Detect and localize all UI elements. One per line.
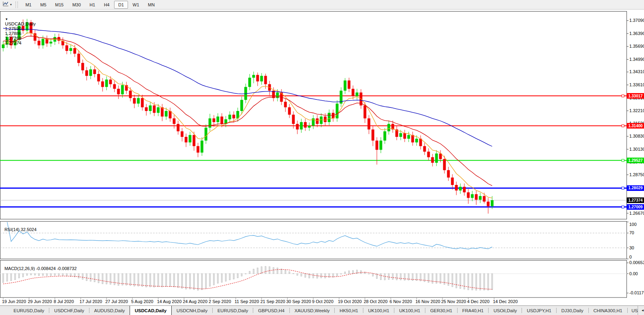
macd-histogram-bar xyxy=(269,267,270,274)
timeframe-mn[interactable]: MN xyxy=(144,1,159,9)
candle-body xyxy=(447,170,450,178)
candle-body xyxy=(74,48,76,54)
macd-histogram-bar xyxy=(265,266,266,274)
chart-tab-usdcad-daily[interactable]: USDCAD,Daily xyxy=(130,306,172,315)
date-label: 25 Nov 2020 xyxy=(441,299,466,304)
price-tag-label: 1.29527 xyxy=(628,158,643,163)
macd-histogram-bar xyxy=(66,274,68,276)
candle-body xyxy=(304,122,307,128)
macd-axis-label: -0.011766 xyxy=(629,290,644,295)
macd-histogram-bar xyxy=(178,274,179,288)
chart-tab-fra40-h1[interactable]: FRA40,H1 xyxy=(458,306,489,315)
chart-tab-dj30-daily[interactable]: DJ30,Daily xyxy=(557,306,588,315)
chart-tab-audusd-daily[interactable]: AUDUSD,Daily xyxy=(89,306,130,315)
chart-tab-uk100-h1[interactable]: UK100,H1 xyxy=(394,306,425,315)
timeframe-d1[interactable]: D1 xyxy=(114,1,128,9)
level-handle[interactable] xyxy=(622,95,624,97)
macd-histogram-bar xyxy=(229,274,231,280)
candle-body xyxy=(165,111,168,117)
timeframe-m30[interactable]: M30 xyxy=(68,1,85,9)
macd-histogram-bar xyxy=(182,274,183,288)
candle-body xyxy=(50,42,52,44)
macd-histogram-bar xyxy=(325,274,326,278)
candle-body xyxy=(233,115,235,118)
candle-body xyxy=(316,119,319,124)
candle-body xyxy=(427,152,430,157)
chart-tab-usdcnh-daily[interactable]: USDCNH,Daily xyxy=(172,306,212,315)
candle-body xyxy=(133,98,136,103)
candle-body xyxy=(197,146,200,152)
date-label: 24 Aug 2020 xyxy=(183,299,208,304)
chart-tab-uk100-h1[interactable]: UK100,H1 xyxy=(363,306,394,315)
macd-histogram-bar xyxy=(480,274,481,290)
price-tick-label: 1.30130 xyxy=(629,147,644,152)
chart-tab-usdchf-daily[interactable]: USDCHF,Daily xyxy=(49,306,89,315)
chart-tab-ger30-h1[interactable]: GER30,H1 xyxy=(425,306,457,315)
candle-body xyxy=(400,133,402,137)
chart-tab-eurusd-daily[interactable]: EURUSD,Daily xyxy=(213,306,253,315)
level-handle[interactable] xyxy=(622,124,624,127)
macd-histogram-bar xyxy=(31,274,32,275)
timeframe-w1[interactable]: W1 xyxy=(129,1,144,9)
date-label: 9 Oct 2020 xyxy=(312,299,334,304)
candle-body xyxy=(320,117,323,124)
macd-histogram-bar xyxy=(253,269,254,274)
macd-histogram-bar xyxy=(130,274,131,286)
date-axis: 19 Jun 202029 Jun 20208 Jul 202017 Jul 2… xyxy=(2,298,518,304)
tab-scroll-left-icon[interactable]: ◄ xyxy=(641,309,644,312)
macd-histogram-bar xyxy=(146,274,147,287)
price-tag-label: 1.33017 xyxy=(628,94,643,98)
candle-body xyxy=(101,82,104,87)
chart-tab-usdjpy-h1[interactable]: USDJPY,H1 xyxy=(522,306,556,315)
level-handle[interactable] xyxy=(622,159,624,161)
timeframe-m15[interactable]: M15 xyxy=(51,1,68,9)
candle-body xyxy=(284,102,287,107)
macd-histogram-bar xyxy=(19,274,20,278)
price-tick-label: 1.28750 xyxy=(629,172,644,177)
chart-tab-eurusd-daily[interactable]: EURUSD,Daily xyxy=(9,306,49,315)
macd-histogram-bar xyxy=(150,274,151,287)
candle-body xyxy=(368,119,370,130)
macd-histogram-bar xyxy=(456,274,457,288)
chart-type-button[interactable]: ▼ xyxy=(2,0,14,9)
macd-histogram-bar xyxy=(126,274,127,285)
macd-histogram-bar xyxy=(186,274,187,289)
candle-body xyxy=(129,91,132,98)
chart-canvas[interactable]: 1.370901.363901.356901.349901.343101.336… xyxy=(0,0,644,315)
candle-body xyxy=(264,76,267,84)
macd-histogram-bar xyxy=(257,268,258,274)
chart-tab-hk50-h1[interactable]: HK50,H1 xyxy=(335,306,363,315)
macd-histogram-bar xyxy=(110,274,111,284)
candle-body xyxy=(153,105,156,113)
price-tick-label: 1.32210 xyxy=(629,108,644,113)
level-handle[interactable] xyxy=(622,187,624,189)
chevron-down-icon[interactable]: ▼ xyxy=(10,3,12,6)
candle-body xyxy=(479,196,482,200)
chart-tab-xauusd-weekly[interactable]: XAUUSD,Weekly xyxy=(290,306,335,315)
level-handle[interactable] xyxy=(622,206,624,208)
candle-body xyxy=(213,119,215,122)
candle-body xyxy=(403,133,406,139)
chart-tab-gbpusd-h4[interactable]: GBPUSD,H4 xyxy=(253,306,289,315)
macd-axis-label: 0.00 xyxy=(629,271,638,276)
chart-tab-us[interactable]: US xyxy=(628,306,638,315)
toolbar-grip[interactable] xyxy=(16,2,18,8)
timeframe-h4[interactable]: H4 xyxy=(100,1,113,9)
macd-histogram-bar xyxy=(23,274,24,277)
candle-body xyxy=(300,122,303,130)
macd-histogram-bar xyxy=(142,274,143,287)
macd-histogram-bar xyxy=(213,274,215,285)
macd-histogram-bar xyxy=(43,274,44,276)
candle-body xyxy=(491,200,494,206)
chart-tab-usoil-daily[interactable]: USOil,Daily xyxy=(489,306,522,315)
date-label: 21 Sep 2020 xyxy=(260,299,285,304)
candle-body xyxy=(109,80,112,84)
macd-histogram-bar xyxy=(154,274,155,287)
timeframe-h1[interactable]: H1 xyxy=(85,1,99,9)
timeframe-m5[interactable]: M5 xyxy=(36,1,50,9)
collapse-caret-icon[interactable]: ▼ xyxy=(5,18,8,21)
macd-histogram-bar xyxy=(118,274,119,286)
chart-tab-china300-h1[interactable]: CHINA300,H1 xyxy=(589,306,627,315)
timeframe-m1[interactable]: M1 xyxy=(21,1,35,9)
tab-scroll-arrows: ◄ ► xyxy=(638,306,644,315)
